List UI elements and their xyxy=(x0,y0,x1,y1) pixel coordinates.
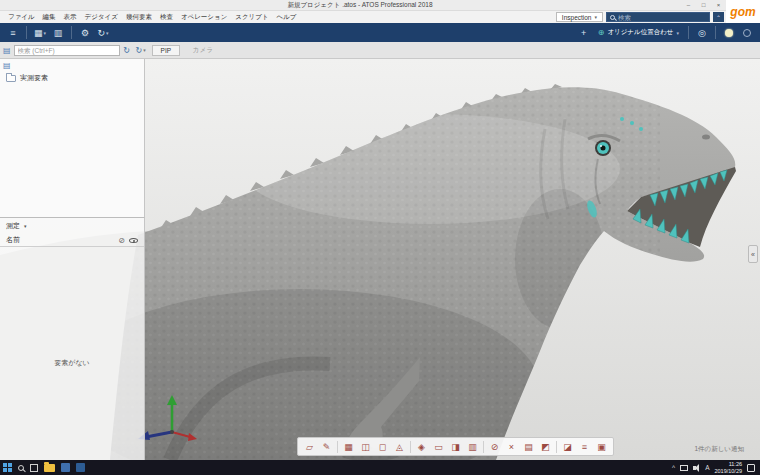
menu-file[interactable]: ファイル xyxy=(4,13,39,22)
viewport-tool-button[interactable]: ◬ xyxy=(391,439,408,454)
visibility-eye-icon[interactable] xyxy=(129,238,138,243)
menu-scripting[interactable]: スクリプト xyxy=(231,13,272,22)
minimize-button[interactable]: – xyxy=(681,0,696,11)
pinned-app-button[interactable] xyxy=(61,460,70,475)
list-panel-icon[interactable]: ▤ xyxy=(3,61,11,70)
menu-edit[interactable]: 編集 xyxy=(39,13,60,22)
viewport-tool-button[interactable]: ◩ xyxy=(537,439,554,454)
chevron-down-icon: ▾ xyxy=(106,30,109,36)
tree-item-measured-elements[interactable]: 実測要素 xyxy=(0,72,144,84)
explorer-toolbar: ▤ ↻ ↻ ▾ PIP カメラ xyxy=(0,42,760,59)
grid-icon: ▦ xyxy=(34,28,43,38)
refresh-icon: ↻ xyxy=(135,46,142,55)
original-alignment-button[interactable]: ⊕ オリジナル位置合わせ ▾ xyxy=(593,25,684,40)
tray-overflow-button[interactable]: ^ xyxy=(672,464,675,471)
measure-dropdown-label: 測定 xyxy=(6,221,20,231)
file-explorer-button[interactable] xyxy=(44,460,55,475)
chevron-up-icon[interactable]: ⌃ xyxy=(713,12,724,22)
close-button[interactable]: × xyxy=(711,0,726,11)
title-bar: 新規プロジェクト .atos - ATOS Professional 2018 … xyxy=(0,0,760,11)
viewport-tool-button[interactable]: ▱ xyxy=(301,439,318,454)
atos-application-window: 新規プロジェクト .atos - ATOS Professional 2018 … xyxy=(0,0,760,475)
bulb-on-icon xyxy=(725,29,733,37)
task-view-button[interactable] xyxy=(30,460,38,475)
bulb-off-icon xyxy=(743,29,751,37)
toolbar-separator xyxy=(688,26,689,39)
notification-center-icon[interactable] xyxy=(747,464,755,472)
explorer-refresh-button[interactable]: ↻ xyxy=(120,44,134,57)
viewport-tool-button[interactable]: ◪ xyxy=(559,439,576,454)
tab-pip[interactable]: PIP xyxy=(152,45,180,56)
hamburger-icon: ≡ xyxy=(10,28,15,38)
add-button[interactable]: + xyxy=(575,25,593,40)
viewport-tool-button[interactable]: ▤ xyxy=(520,439,537,454)
pinned-app-button[interactable] xyxy=(76,460,85,475)
menu-geometry[interactable]: 幾何要素 xyxy=(122,13,156,22)
viewport-tool-button[interactable]: ▣ xyxy=(593,439,610,454)
notification-link[interactable]: 1件の新しい通知 xyxy=(694,445,744,454)
settings-button[interactable]: ⚙ xyxy=(76,25,94,40)
menu-inspection[interactable]: 検査 xyxy=(156,13,177,22)
taskbar-search-button[interactable] xyxy=(18,460,24,475)
light-on-button[interactable] xyxy=(720,25,738,40)
viewport-tool-button[interactable]: ≡ xyxy=(576,439,593,454)
chevron-down-icon: ▾ xyxy=(24,223,27,229)
menu-view[interactable]: 表示 xyxy=(60,13,81,22)
window-title: 新規プロジェクト .atos - ATOS Professional 2018 xyxy=(0,1,720,10)
filter-off-icon[interactable]: ⊘ xyxy=(118,236,125,245)
start-button[interactable] xyxy=(3,460,12,475)
network-icon[interactable] xyxy=(680,465,688,471)
toolbar-separator xyxy=(483,441,484,453)
taskbar-clock[interactable]: 11:26 2019/10/29 xyxy=(714,461,742,474)
light-off-button[interactable] xyxy=(738,25,756,40)
element-list-header: 名前 ⊘ xyxy=(0,234,144,247)
viewport-tool-button[interactable]: ✎ xyxy=(318,439,335,454)
toolbar-separator xyxy=(556,441,557,453)
viewport-tool-button[interactable]: ⊘ xyxy=(486,439,503,454)
global-search-input[interactable] xyxy=(618,14,698,21)
columns-icon: ▥ xyxy=(54,28,63,38)
viewport-tool-button[interactable]: ▥ xyxy=(464,439,481,454)
chevron-down-icon: ▾ xyxy=(676,30,679,36)
app-tile-icon xyxy=(76,463,85,472)
panel-collapse-button[interactable]: « xyxy=(748,245,758,263)
alignment-icon: ⊕ xyxy=(598,28,605,37)
task-view-icon xyxy=(30,464,38,472)
global-search-box[interactable] xyxy=(606,12,710,22)
search-icon xyxy=(18,465,24,471)
element-list-panel: 測定 ▾ 名前 ⊘ 要素がない xyxy=(0,218,145,460)
toolbar-separator xyxy=(71,26,72,39)
refresh-icon: ↻ xyxy=(123,46,130,55)
ime-indicator[interactable]: A xyxy=(705,464,709,471)
viewport-tool-button[interactable]: ▦ xyxy=(340,439,357,454)
view-grid-button[interactable]: ▦ ▾ xyxy=(31,25,49,40)
windows-logo-icon xyxy=(3,463,12,472)
viewport-tool-button[interactable]: ▭ xyxy=(430,439,447,454)
viewport-tool-button[interactable]: × xyxy=(503,439,520,454)
menu-digitize[interactable]: デジタイズ xyxy=(81,13,122,22)
measure-dropdown[interactable]: 測定 ▾ xyxy=(0,218,144,234)
menu-help[interactable]: ヘルプ xyxy=(273,13,301,22)
workspace-selector[interactable]: Inspection ▾ xyxy=(556,12,603,22)
chevron-down-icon: ▾ xyxy=(143,47,146,53)
speaker-icon[interactable] xyxy=(693,466,696,470)
explorer-search-input[interactable] xyxy=(14,45,120,56)
viewport-tool-button[interactable]: ◈ xyxy=(413,439,430,454)
menu-operations[interactable]: オペレーション xyxy=(177,13,231,22)
target-icon: ◎ xyxy=(698,28,706,38)
maximize-button[interactable]: □ xyxy=(696,0,711,11)
viewport-tool-button[interactable]: ◻ xyxy=(374,439,391,454)
toolbar-separator xyxy=(715,26,716,39)
main-toolbar: ≡ ▦ ▾ ▥ ⚙ ↻ ▾ + ⊕ オリジナル位置合わせ ▾ xyxy=(0,23,760,42)
refresh-button[interactable]: ↻ ▾ xyxy=(94,25,112,40)
viewport-tool-button[interactable]: ◫ xyxy=(357,439,374,454)
explorer-refresh-menu-button[interactable]: ↻ ▾ xyxy=(134,44,148,57)
content-area: ▤ 実測要素 測定 ▾ 名前 ⊘ 要素がない « ▱ xyxy=(0,59,760,460)
viewport-tool-button[interactable]: ◨ xyxy=(447,439,464,454)
refresh-icon: ↻ xyxy=(97,28,105,38)
menu-bar: ファイル 編集 表示 デジタイズ 幾何要素 検査 オペレーション スクリプト ヘ… xyxy=(0,11,760,23)
target-button[interactable]: ◎ xyxy=(693,25,711,40)
hamburger-menu-button[interactable]: ≡ xyxy=(4,25,22,40)
view-columns-button[interactable]: ▥ xyxy=(49,25,67,40)
tab-camera[interactable]: カメラ xyxy=(184,44,222,57)
